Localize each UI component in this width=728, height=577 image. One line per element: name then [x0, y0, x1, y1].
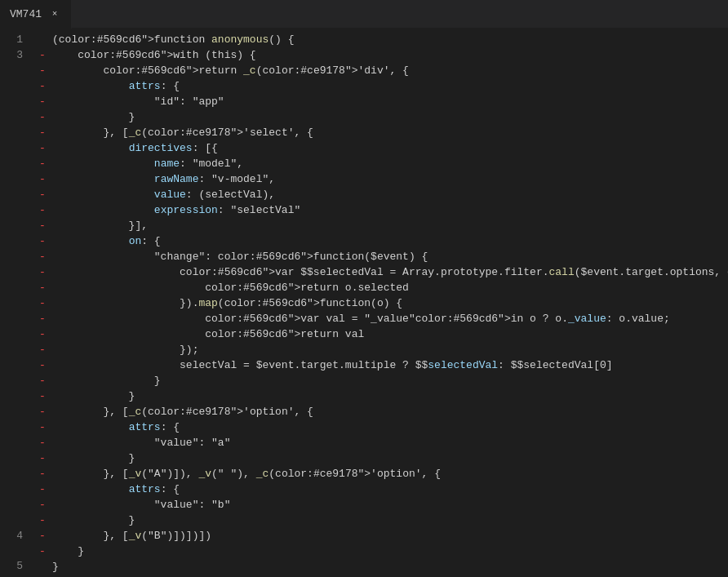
code-line: - }).map(color:#569cd6">function(o) { — [39, 295, 728, 311]
code-line: - } — [39, 513, 728, 528]
diff-marker: - — [39, 373, 52, 388]
diff-marker — [39, 32, 52, 47]
diff-marker: - — [39, 357, 52, 373]
diff-marker: - — [39, 202, 52, 218]
code-content: } — [52, 559, 59, 575]
diff-marker: - — [39, 125, 52, 140]
code-content: } — [52, 513, 135, 528]
line-number — [0, 78, 33, 92]
diff-marker: - — [39, 140, 52, 156]
code-content: }, [_v("B")])])]) — [52, 528, 211, 544]
code-line: - }, [_v("A")]), _v(" "), _c(color:#ce91… — [39, 466, 728, 482]
line-number — [0, 266, 33, 281]
line-number — [0, 339, 33, 353]
line-number — [0, 455, 33, 470]
code-content: "value": "a" — [52, 435, 230, 451]
tab-close-icon[interactable]: × — [48, 7, 61, 20]
diff-marker: - — [39, 63, 52, 78]
code-content: }).map(color:#569cd6">function(o) { — [52, 295, 402, 311]
code-line: - "value": "b" — [39, 497, 728, 513]
diff-marker: - — [39, 295, 52, 311]
code-line: - "id": "app" — [39, 94, 728, 109]
diff-marker: - — [39, 435, 52, 451]
line-number — [0, 485, 33, 499]
code-line: - } — [39, 451, 728, 466]
diff-marker: - — [39, 94, 52, 109]
line-number — [0, 150, 33, 165]
code-content: color:#569cd6">var $$selectedVal = Array… — [52, 264, 728, 280]
code-line: (color:#569cd6">function anonymous() { — [39, 32, 728, 47]
code-line: - directives: [{ — [39, 140, 728, 156]
diff-marker: - — [39, 156, 52, 171]
diff-marker — [39, 559, 52, 575]
diff-marker: - — [39, 280, 52, 295]
code-area[interactable]: (color:#569cd6">function anonymous() {- … — [33, 29, 728, 577]
code-content: color:#569cd6">return _c(color:#ce9178">… — [52, 63, 409, 78]
code-line: - attrs: { — [39, 419, 728, 435]
line-number — [0, 165, 33, 180]
line-number — [0, 237, 33, 252]
diff-marker: - — [39, 233, 52, 249]
code-content: selectVal = $event.target.multiple ? $$s… — [52, 357, 613, 373]
line-number — [0, 499, 33, 513]
line-number — [0, 544, 33, 558]
code-content: color:#569cd6">return val — [52, 326, 364, 342]
line-number — [0, 63, 33, 78]
code-line: - } — [39, 544, 728, 559]
code-content: "change": color:#569cd6">function($event… — [52, 249, 428, 264]
diff-marker: - — [39, 311, 52, 326]
line-number — [0, 281, 33, 295]
line-number — [0, 135, 33, 150]
line-number: 4 — [0, 528, 33, 544]
diff-marker: - — [39, 218, 52, 233]
code-content: } — [52, 388, 135, 404]
diff-marker: - — [39, 544, 52, 559]
diff-marker: - — [39, 264, 52, 280]
code-line: - name: "model", — [39, 156, 728, 171]
code-line: - "value": "a" — [39, 435, 728, 451]
line-number — [0, 325, 33, 340]
tab-bar: VM741 × — [0, 0, 728, 29]
line-number — [0, 441, 33, 455]
editor-container: 1345 (color:#569cd6">function anonymous(… — [0, 29, 728, 577]
tab-vm741[interactable]: VM741 × — [0, 0, 72, 29]
line-number — [0, 121, 33, 135]
code-content: } — [52, 109, 135, 125]
code-line: - }, [_c(color:#ce9178">'select', { — [39, 125, 728, 140]
diff-marker: - — [39, 497, 52, 513]
code-content: color:#569cd6">return o.selected — [52, 280, 409, 295]
line-number — [0, 180, 33, 194]
diff-marker: - — [39, 404, 52, 419]
code-content: attrs: { — [52, 78, 180, 94]
code-content: directives: [{ — [52, 140, 218, 156]
diff-marker: - — [39, 171, 52, 187]
code-line: - }, [_v("B")])])]) — [39, 528, 728, 544]
code-line: - on: { — [39, 233, 728, 249]
line-number — [0, 368, 33, 383]
diff-marker: - — [39, 482, 52, 497]
code-line: - }); — [39, 342, 728, 357]
line-number — [0, 252, 33, 267]
code-line: - expression: "selectVal" — [39, 202, 728, 218]
diff-marker: - — [39, 249, 52, 264]
code-content: expression: "selectVal" — [52, 202, 300, 218]
code-line: - attrs: { — [39, 78, 728, 94]
diff-marker: - — [39, 466, 52, 482]
line-number — [0, 310, 33, 325]
code-line: - color:#569cd6">var val = "_value"color… — [39, 311, 728, 326]
code-content: (color:#569cd6">function anonymous() { — [52, 32, 295, 47]
line-numbers: 1345 — [0, 29, 33, 577]
line-number — [0, 513, 33, 528]
code-line: - "change": color:#569cd6">function($eve… — [39, 249, 728, 264]
line-number — [0, 353, 33, 368]
code-content: }, [_c(color:#ce9178">'select', { — [52, 125, 313, 140]
line-number — [0, 208, 33, 223]
code-content: on: { — [52, 233, 161, 249]
diff-marker: - — [39, 513, 52, 528]
diff-marker: - — [39, 78, 52, 94]
line-number — [0, 412, 33, 427]
code-content: } — [52, 373, 161, 388]
code-line: } — [39, 559, 728, 575]
code-line: - color:#569cd6">return o.selected — [39, 280, 728, 295]
code-line: - attrs: { — [39, 482, 728, 497]
